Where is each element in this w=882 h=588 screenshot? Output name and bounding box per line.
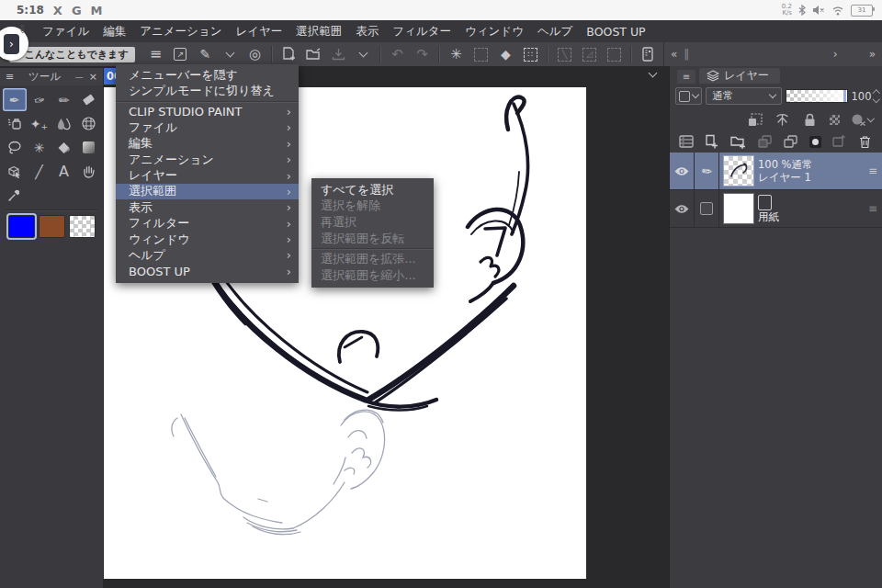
menu-item-selection[interactable]: 選択範囲› bbox=[116, 184, 299, 199]
merge-down-icon[interactable] bbox=[784, 133, 798, 150]
layer2-visibility-toggle[interactable] bbox=[670, 190, 695, 227]
palette-minimize-button[interactable]: — bbox=[75, 73, 84, 82]
marker-tool[interactable]: ✏ bbox=[52, 88, 76, 111]
palette-close-button[interactable]: × bbox=[89, 71, 97, 83]
delete-layer-icon[interactable] bbox=[858, 133, 873, 150]
menu-item-view[interactable]: 表示› bbox=[116, 199, 299, 215]
snap-special-ruler-icon[interactable]: ◿ bbox=[581, 46, 597, 62]
clip-studio-icon[interactable]: ◎ bbox=[246, 46, 263, 62]
decoration-tool[interactable]: ✦+ bbox=[28, 112, 51, 135]
object-tool[interactable] bbox=[3, 160, 27, 183]
lock-transparent-pixels-icon[interactable] bbox=[830, 115, 840, 125]
menu-item-filter[interactable]: フィルター› bbox=[116, 216, 299, 232]
save-icon[interactable] bbox=[330, 46, 346, 62]
menu-view[interactable]: 表示 bbox=[356, 24, 379, 40]
menu-item-window[interactable]: ウィンドウ› bbox=[116, 232, 299, 247]
text-tool[interactable]: A bbox=[52, 160, 76, 183]
transform-icon[interactable]: ∷ bbox=[522, 46, 538, 62]
fill-icon[interactable]: ◆ bbox=[497, 46, 514, 62]
layer-panel-tab[interactable]: レイヤー bbox=[699, 68, 780, 84]
collapse-dock-icon[interactable]: « bbox=[664, 48, 684, 61]
menu-file[interactable]: ファイル bbox=[42, 24, 89, 40]
fill-tool[interactable] bbox=[52, 136, 76, 159]
layer1-edit-target[interactable]: ✎ bbox=[695, 153, 719, 189]
selection-launcher-icon[interactable]: ✳ bbox=[447, 46, 464, 62]
inking-pen-tool[interactable]: ✑ bbox=[26, 86, 53, 113]
transfer-layer-icon[interactable] bbox=[757, 133, 772, 150]
menu-help[interactable]: ヘルプ bbox=[537, 24, 572, 40]
menu-selection[interactable]: 選択範囲 bbox=[296, 24, 342, 40]
menu-item-file[interactable]: ファイル› bbox=[116, 119, 299, 135]
gradient-tool[interactable] bbox=[77, 136, 101, 159]
keep-drawing-tool-icon[interactable] bbox=[775, 111, 791, 128]
liquify-tool[interactable] bbox=[77, 112, 101, 135]
figure-tool[interactable]: ╱ bbox=[28, 160, 51, 183]
dock-drag-handle[interactable]: ‖ bbox=[684, 48, 689, 61]
menu-item-boost-up[interactable]: BOOST UP› bbox=[116, 264, 299, 279]
layer-list-view-icon[interactable] bbox=[679, 133, 694, 150]
opacity-value[interactable]: 100 bbox=[852, 90, 878, 103]
layer-row-2[interactable]: 用紙 ≡ bbox=[670, 190, 882, 228]
menu-filter[interactable]: フィルター bbox=[392, 24, 451, 40]
layer2-handle-icon[interactable]: ≡ bbox=[864, 190, 882, 227]
chevron-down-icon[interactable] bbox=[355, 46, 371, 62]
eraser-tool[interactable] bbox=[77, 88, 101, 111]
airbrush-tool[interactable] bbox=[3, 112, 27, 135]
auto-select-tool[interactable]: ✳ bbox=[28, 136, 51, 159]
layer2-checkbox[interactable] bbox=[695, 190, 719, 227]
layer1-handle-icon[interactable]: ≡ bbox=[864, 153, 882, 189]
menu-window[interactable]: ウィンドウ bbox=[465, 24, 524, 40]
layer2-thumbnail[interactable] bbox=[723, 193, 754, 224]
clip-to-layer-below-icon[interactable] bbox=[747, 111, 763, 128]
pen-settings-icon[interactable]: ✎ bbox=[197, 46, 213, 62]
collapse-all-panels-icon[interactable]: » bbox=[869, 48, 882, 61]
expand-panel-icon[interactable]: › bbox=[833, 48, 869, 61]
hand-tool[interactable] bbox=[77, 160, 101, 183]
blend-tool[interactable] bbox=[52, 112, 76, 135]
secondary-color-swatch[interactable] bbox=[39, 215, 65, 238]
new-canvas-icon[interactable] bbox=[280, 46, 297, 62]
menu-item-hide-menubar[interactable]: メニューバーを隠す bbox=[116, 67, 299, 83]
menu-item-clip-studio-paint[interactable]: CLIP STUDIO PAINT› bbox=[116, 104, 299, 119]
new-layer-icon[interactable] bbox=[705, 133, 719, 150]
layer-mask-icon[interactable] bbox=[809, 136, 821, 148]
palette-menu-icon[interactable]: ≡ bbox=[6, 71, 14, 83]
fullscreen-icon[interactable]: ↗ bbox=[172, 46, 188, 62]
enable-mask-icon[interactable] bbox=[851, 113, 874, 126]
blend-mode-select[interactable]: 通常 bbox=[706, 87, 782, 105]
lasso-tool[interactable] bbox=[3, 136, 27, 159]
menu-edit[interactable]: 編集 bbox=[103, 24, 126, 40]
tab-list-chevron-icon[interactable] bbox=[649, 69, 658, 78]
primary-color-swatch[interactable] bbox=[8, 215, 35, 238]
layer-row-1[interactable]: ✎ 100 %通常 レイヤー 1 ≡ bbox=[670, 153, 882, 190]
layer1-name[interactable]: レイヤー 1 bbox=[758, 172, 864, 183]
snap-grid-icon[interactable] bbox=[605, 46, 622, 62]
layer2-name[interactable]: 用紙 bbox=[758, 211, 864, 222]
chevron-down-icon[interactable] bbox=[221, 46, 238, 62]
open-file-icon[interactable] bbox=[305, 46, 322, 62]
opacity-spinner[interactable] bbox=[874, 91, 879, 102]
layer1-visibility-toggle[interactable] bbox=[670, 153, 695, 189]
snap-ruler-icon[interactable]: ╲ bbox=[556, 46, 572, 62]
opacity-slider[interactable] bbox=[786, 89, 847, 103]
lock-layer-icon[interactable] bbox=[802, 111, 819, 128]
hint-tooltip[interactable]: ! こんなこともできます bbox=[9, 47, 135, 62]
transparent-color-swatch[interactable] bbox=[69, 215, 96, 238]
menu-boost-up[interactable]: BOOST UP bbox=[586, 25, 645, 39]
new-folder-icon[interactable] bbox=[730, 133, 746, 150]
eyedropper-tool[interactable] bbox=[3, 184, 27, 207]
menu-layer[interactable]: レイヤー bbox=[235, 24, 282, 40]
menu-icon[interactable]: ≡ bbox=[147, 46, 164, 62]
redo-icon[interactable]: ↷ bbox=[413, 46, 430, 62]
menu-item-edit[interactable]: 編集› bbox=[116, 136, 299, 152]
companion-mode-icon[interactable] bbox=[639, 46, 656, 62]
deselect-icon[interactable] bbox=[472, 46, 489, 62]
ruler-layer-icon[interactable] bbox=[832, 133, 847, 150]
pen-tool[interactable]: ✒ bbox=[3, 88, 27, 111]
layer-color-button[interactable] bbox=[675, 87, 702, 105]
menu-item-layer[interactable]: レイヤー› bbox=[116, 167, 299, 183]
menu-item-animation[interactable]: アニメーション› bbox=[116, 152, 299, 167]
menu-item-simple-mode[interactable]: シンプルモードに切り替え bbox=[116, 83, 299, 98]
submenu-select-all[interactable]: すべてを選択 bbox=[311, 182, 434, 198]
menu-item-help[interactable]: ヘルプ› bbox=[116, 247, 299, 263]
